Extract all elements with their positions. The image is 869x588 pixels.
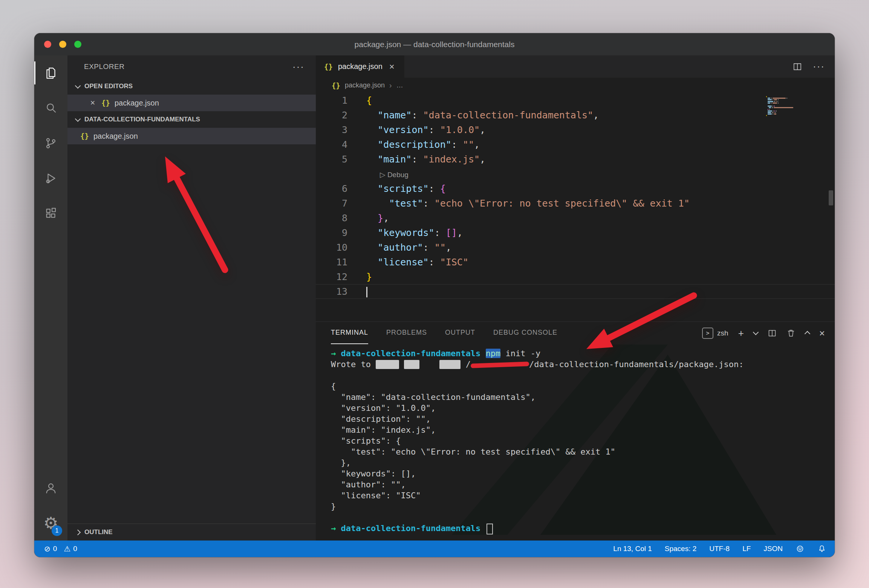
terminal-line: "test": "echo \"Error: no test specified… — [331, 446, 835, 457]
zoom-window-button[interactable] — [74, 41, 81, 48]
status-bar-right: Ln 13, Col 1Spaces: 2UTF-8LFJSON — [613, 544, 826, 553]
chevron-down-icon — [75, 83, 81, 89]
split-editor-icon[interactable] — [793, 62, 802, 72]
terminal-prompt-icon: > — [702, 328, 713, 339]
terminal-profile-chip[interactable]: > zsh — [702, 328, 728, 339]
sidebar-title: EXPLORER — [84, 63, 124, 71]
open-editors-section-header[interactable]: OPEN EDITORS — [67, 78, 316, 95]
feedback-smiley-icon[interactable] — [796, 544, 805, 553]
editor-tab-package-json[interactable]: {} package.json × — [316, 55, 404, 78]
code-line[interactable]: 10 "author": "", — [316, 240, 835, 255]
text-cursor — [366, 287, 367, 297]
open-editor-file-name: package.json — [115, 99, 159, 107]
activity-bar-search[interactable] — [34, 90, 67, 126]
codelens-row[interactable]: ▷ Debug — [316, 167, 835, 181]
sidebar-empty-space — [67, 144, 316, 524]
terminal-line: "scripts": { — [331, 435, 835, 446]
editor-more-actions-button[interactable]: ··· — [813, 61, 825, 72]
minimap[interactable] — [766, 96, 826, 118]
activity-bar-settings[interactable]: ⚙ 1 — [34, 505, 67, 541]
code-line[interactable]: 3 "version": "1.0.0", — [316, 122, 835, 137]
code-line[interactable]: 13 — [316, 284, 835, 299]
file-name: package.json — [93, 132, 138, 141]
problems-warnings[interactable]: ⚠ 0 — [64, 545, 77, 553]
terminal-line — [331, 370, 835, 381]
problems-errors[interactable]: ⊘ 0 — [44, 545, 57, 553]
line-number: 2 — [316, 108, 347, 122]
codelens-debug-action[interactable]: ▷ Debug — [380, 171, 408, 179]
split-terminal-icon[interactable] — [768, 329, 777, 338]
breadcrumb-node[interactable]: … — [396, 81, 403, 89]
explorer-more-actions-button[interactable]: ··· — [292, 61, 316, 73]
activity-bar: ⚙ 1 — [34, 55, 67, 541]
redaction-box — [404, 360, 419, 369]
activity-bar-run-debug[interactable] — [34, 161, 67, 196]
json-file-icon: {} — [332, 81, 340, 90]
traffic-lights — [34, 41, 81, 48]
close-tab-icon[interactable]: × — [388, 61, 396, 72]
code-line[interactable]: 11 "license": "ISC" — [316, 255, 835, 270]
status-language-mode[interactable]: JSON — [763, 545, 783, 553]
code-line[interactable]: 1{ — [316, 93, 835, 108]
code-editor[interactable]: 1{2 "name": "data-collection-fundamental… — [316, 93, 835, 322]
new-terminal-button[interactable]: + — [738, 328, 744, 338]
code-line[interactable]: 5 "main": "index.js", — [316, 152, 835, 167]
panel-tabs: TERMINALPROBLEMSOUTPUTDEBUG CONSOLE — [331, 322, 575, 344]
code-line[interactable]: 7 "test": "echo \"Error: no test specifi… — [316, 196, 835, 211]
code-line[interactable]: 9 "keywords": [], — [316, 225, 835, 240]
error-circle-icon: ⊘ — [44, 545, 50, 553]
file-item-package-json[interactable]: {} package.json — [67, 128, 316, 144]
code-line[interactable]: 6 "scripts": { — [316, 181, 835, 196]
folder-section-header[interactable]: DATA-COLLECTION-FUNDAMENTALS — [67, 111, 316, 128]
terminal-line: { — [331, 381, 835, 392]
activity-bar-source-control[interactable] — [34, 126, 67, 161]
terminal-line: } — [331, 501, 835, 512]
breadcrumb[interactable]: {} package.json › … — [316, 78, 835, 93]
window-title: package.json — data-collection-fundament… — [34, 40, 835, 49]
editor-group: {} package.json × ··· {} package.json › — [316, 55, 835, 541]
status-bar: ⊘ 0 ⚠ 0 Ln 13, Col 1Spaces: 2UTF-8LFJSON — [34, 541, 835, 557]
outline-section-header[interactable]: OUTLINE — [67, 524, 316, 541]
warning-triangle-icon: ⚠ — [64, 545, 70, 553]
panel-tab-terminal[interactable]: TERMINAL — [331, 322, 368, 344]
close-window-button[interactable] — [44, 41, 51, 48]
status-eol[interactable]: LF — [742, 545, 751, 553]
breadcrumb-file[interactable]: package.json — [345, 81, 385, 89]
red-scribble-redaction — [471, 360, 529, 369]
status-indentation[interactable]: Spaces: 2 — [665, 545, 697, 553]
activity-bar-extensions[interactable] — [34, 196, 67, 231]
terminal-line: → data-collection-fundamentals — [331, 523, 835, 534]
json-file-icon: {} — [80, 132, 89, 140]
panel-tab-problems[interactable]: PROBLEMS — [386, 322, 427, 344]
close-panel-button[interactable]: × — [819, 328, 825, 338]
activity-bar-accounts[interactable] — [34, 470, 67, 505]
code-line[interactable]: 2 "name": "data-collection-fundamentals"… — [316, 108, 835, 122]
notifications-bell-icon[interactable] — [817, 544, 826, 553]
line-number: 4 — [316, 137, 347, 152]
activity-bar-explorer[interactable] — [34, 55, 67, 90]
chevron-right-icon — [75, 529, 81, 535]
vscode-window: package.json — data-collection-fundament… — [34, 33, 835, 557]
code-line[interactable]: 8 }, — [316, 211, 835, 225]
editor-scrollbar-thumb[interactable] — [829, 190, 833, 205]
panel-tab-debug-console[interactable]: DEBUG CONSOLE — [493, 322, 557, 344]
open-editor-item-package-json[interactable]: × {} package.json — [67, 95, 316, 111]
line-number: 7 — [316, 196, 347, 211]
kill-terminal-trash-icon[interactable] — [786, 329, 796, 338]
code-line[interactable]: 4 "description": "", — [316, 137, 835, 152]
close-editor-icon[interactable]: × — [89, 98, 97, 108]
panel-header: TERMINALPROBLEMSOUTPUTDEBUG CONSOLE > zs… — [316, 322, 835, 344]
terminal-output[interactable]: → data-collection-fundamentals npm init … — [316, 344, 835, 541]
line-number: 9 — [316, 225, 347, 240]
terminal-line: "author": "", — [331, 479, 835, 490]
terminal-dropdown-chevron-icon[interactable] — [753, 329, 759, 335]
maximize-panel-chevron-up-icon[interactable] — [805, 331, 811, 337]
minimize-window-button[interactable] — [59, 41, 66, 48]
terminal-line: "main": "index.js", — [331, 424, 835, 435]
status-cursor-position[interactable]: Ln 13, Col 1 — [613, 545, 652, 553]
panel-tab-output[interactable]: OUTPUT — [445, 322, 475, 344]
extensions-icon — [44, 207, 58, 220]
breadcrumb-separator-icon: › — [389, 81, 392, 90]
status-encoding[interactable]: UTF-8 — [709, 545, 730, 553]
code-line[interactable]: 12} — [316, 270, 835, 284]
